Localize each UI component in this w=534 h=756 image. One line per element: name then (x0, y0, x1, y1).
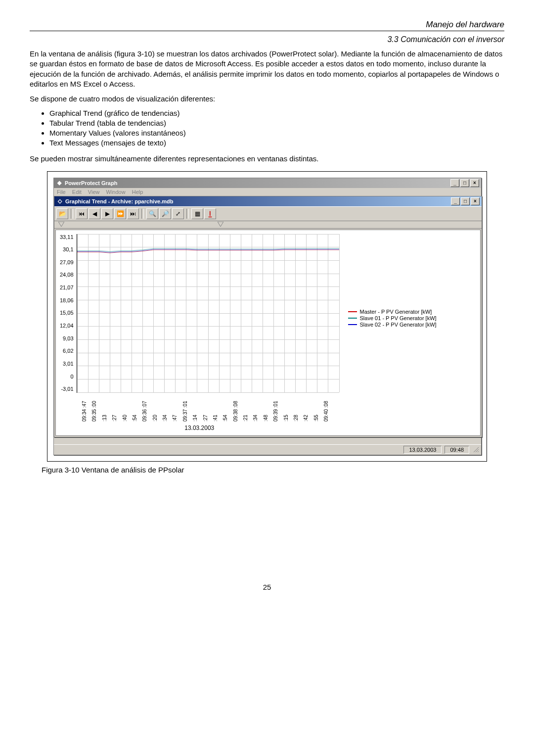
y-tick-label: -3,01 (60, 386, 74, 392)
modes-list: Graphical Trend (gráfico de tendencias) … (49, 109, 504, 147)
resize-grip-icon[interactable] (472, 446, 479, 453)
x-axis-date: 13.03.2003 (60, 425, 339, 431)
x-tick-label: :55 (313, 393, 323, 423)
toolbar-separator (186, 209, 189, 219)
legend-item: Master - P PV Generator [kW] (348, 309, 437, 315)
open-button[interactable]: 📂 (56, 208, 68, 219)
intro-paragraph: En la ventana de análisis (figura 3-10) … (30, 49, 504, 89)
close-button[interactable]: × (470, 179, 479, 187)
menu-file[interactable]: File (57, 189, 66, 195)
outer-window: ◆ PowerProtect Graph _ □ × File Edit Vie… (53, 178, 482, 455)
x-tick-label: :41 (213, 393, 222, 423)
y-tick-label: 24,08 (60, 272, 74, 278)
list-item: Graphical Trend (gráfico de tendencias) (49, 109, 504, 117)
toolbar: 📂 ⏮ ◀ ▶ ⏩ ⏭ 🔍 🔎 ⤢ ▦ I̲ (54, 206, 482, 221)
document-icon: ◇ (56, 198, 63, 205)
chart-area: 33,1130,127,0924,0821,0718,0615,0512,049… (55, 230, 481, 436)
open-icon: 📂 (59, 210, 66, 217)
zoom-in-button[interactable]: 🔍 (146, 208, 158, 219)
last-record-button[interactable]: ⏭ (127, 208, 139, 219)
zoom-fit-button[interactable]: ⤢ (172, 208, 184, 219)
list-item: Tabular Trend (tabla de tendencias) (49, 119, 504, 127)
x-tick-label: 09:36 :07 (142, 393, 152, 423)
x-tick-label: :15 (283, 393, 293, 423)
menu-window[interactable]: Window (106, 189, 126, 195)
next-icon: ⏩ (117, 210, 124, 217)
figure-caption: Figura 3-10 Ventana de análisis de PPsol… (42, 466, 492, 474)
x-tick-label: :13 (102, 393, 112, 423)
x-tick-label: :27 (203, 393, 213, 423)
page-number: 25 (30, 583, 504, 591)
y-tick-label: 3,01 (60, 361, 74, 367)
legend-swatch (348, 324, 357, 325)
x-tick-label: :14 (192, 393, 202, 423)
y-tick-label: 30,1 (60, 246, 74, 252)
x-tick-label: :34 (253, 393, 263, 423)
grid-icon: ▦ (195, 210, 200, 217)
grid-button[interactable]: ▦ (191, 208, 203, 219)
maximize-button[interactable]: □ (460, 179, 469, 187)
ruler-start-marker[interactable] (58, 222, 64, 228)
inner-window: ◇ Graphical Trend - Archive: pparchive.m… (54, 196, 482, 437)
legend-item: Slave 02 - P PV Generator [kW] (348, 322, 437, 328)
y-tick-label: 15,05 (60, 310, 74, 316)
outer-titlebar[interactable]: ◆ PowerProtect Graph _ □ × (54, 178, 481, 188)
legend-label: Master - P PV Generator [kW] (360, 309, 432, 315)
menu-help[interactable]: Help (132, 189, 143, 195)
inner-window-title: Graphical Trend - Archive: pparchive.mdb (65, 198, 451, 204)
prev-icon: ◀ (92, 210, 97, 217)
time-ruler[interactable] (54, 221, 482, 229)
y-tick-label: 6,02 (60, 348, 74, 354)
x-tick-label: :21 (243, 393, 253, 423)
menu-edit[interactable]: Edit (72, 189, 82, 195)
zoom-in-icon: 🔍 (149, 210, 156, 217)
config-button[interactable]: I̲ (204, 208, 216, 219)
next-record-button[interactable]: ⏩ (114, 208, 126, 219)
first-record-button[interactable]: ⏮ (76, 208, 88, 219)
figure-container: ◆ PowerProtect Graph _ □ × File Edit Vie… (47, 171, 487, 462)
x-tick-label: :27 (112, 393, 122, 423)
zoom-out-button[interactable]: 🔎 (159, 208, 171, 219)
y-tick-label: 33,11 (60, 234, 74, 240)
legend-label: Slave 02 - P PV Generator [kW] (360, 322, 437, 328)
header-divider (30, 31, 504, 31)
legend-swatch (348, 311, 357, 312)
inner-titlebar[interactable]: ◇ Graphical Trend - Archive: pparchive.m… (54, 196, 482, 206)
page-header-1: Manejo del hardware (30, 20, 504, 30)
outer-window-title: PowerProtect Graph (65, 180, 450, 186)
status-date: 13.03.2003 (403, 446, 442, 454)
x-tick-label: :54 (132, 393, 142, 423)
prev-record-button[interactable]: ◀ (89, 208, 100, 219)
x-tick-label: :34 (162, 393, 172, 423)
svg-marker-1 (218, 222, 223, 227)
inner-maximize-button[interactable]: □ (461, 197, 470, 205)
zoom-out-icon: 🔎 (162, 210, 169, 217)
y-tick-label: 12,04 (60, 323, 74, 329)
status-time: 09:48 (445, 446, 469, 454)
inner-close-button[interactable]: × (471, 197, 480, 205)
y-axis-labels: 33,1130,127,0924,0821,0718,0615,0512,049… (60, 234, 77, 392)
inner-minimize-button[interactable]: _ (451, 197, 460, 205)
menu-bar[interactable]: File Edit View Window Help (54, 188, 481, 196)
play-button[interactable]: ▶ (101, 208, 113, 219)
first-icon: ⏮ (79, 210, 85, 217)
x-tick-label: :42 (303, 393, 313, 423)
x-tick-label: 09:37 :01 (182, 393, 192, 423)
x-tick-label: :40 (122, 393, 132, 423)
x-tick-label: :20 (152, 393, 162, 423)
x-tick-label: :54 (222, 393, 232, 423)
y-tick-label: 18,06 (60, 297, 74, 303)
legend-label: Slave 01 - P PV Generator [kW] (360, 315, 437, 321)
x-tick-label: 09:39 :01 (273, 393, 283, 423)
menu-view[interactable]: View (88, 189, 100, 195)
minimize-button[interactable]: _ (450, 179, 459, 187)
legend-item: Slave 01 - P PV Generator [kW] (348, 315, 437, 321)
toolbar-separator (141, 209, 144, 219)
modes-intro: Se dispone de cuatro modos de visualizac… (30, 94, 504, 104)
ruler-end-marker[interactable] (218, 222, 223, 228)
page-header-2: 3.3 Comunicación con el inversor (30, 35, 504, 44)
zoom-fit-icon: ⤢ (176, 210, 180, 217)
svg-line-4 (478, 451, 479, 452)
x-tick-label: :28 (293, 393, 303, 423)
config-icon: I̲ (209, 210, 211, 217)
